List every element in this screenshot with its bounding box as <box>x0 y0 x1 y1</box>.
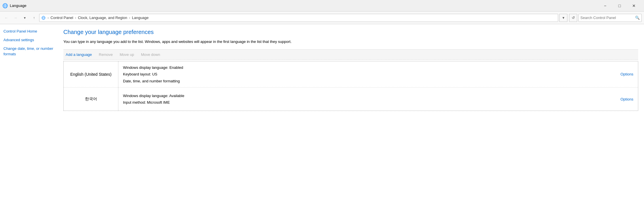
sidebar: Control Panel Home Advanced settings Cha… <box>0 24 58 197</box>
path-language: Language <box>132 16 149 20</box>
language-options-korean: Options <box>615 88 638 111</box>
lang-detail-text: Keyboard layout: US <box>123 71 610 77</box>
path-separator-3: › <box>129 16 130 20</box>
table-row: English (United States) Windows display … <box>64 61 638 88</box>
app-icon <box>2 3 8 9</box>
title-bar: Language − □ ✕ <box>0 0 644 12</box>
forward-button[interactable]: → <box>12 14 20 22</box>
lang-detail-text: Input method: Microsoft IME <box>123 100 610 105</box>
address-dropdown-button[interactable]: ▾ <box>559 14 567 22</box>
language-toolbar: Add a language Remove Move up Move down <box>63 49 638 60</box>
language-name-korean[interactable]: 한국어 <box>64 88 118 111</box>
path-icon <box>41 16 46 20</box>
lang-detail-text: Windows display language: Available <box>123 93 610 99</box>
search-icon[interactable]: 🔍 <box>635 16 640 20</box>
path-control-panel[interactable]: Control Panel <box>50 16 73 20</box>
path-separator-1: › <box>48 16 49 20</box>
sidebar-item-advanced-settings[interactable]: Advanced settings <box>3 37 58 43</box>
options-link-english[interactable]: Options <box>620 72 633 76</box>
move-up-button[interactable]: Move up <box>119 52 135 57</box>
back-button[interactable]: ← <box>2 14 10 22</box>
language-name-english[interactable]: English (United States) <box>64 61 118 88</box>
lang-detail-text: Date, time, and number formatting <box>123 78 610 84</box>
move-down-button[interactable]: Move down <box>140 52 161 57</box>
minimize-button[interactable]: − <box>598 1 612 10</box>
address-bar: ← → ▾ ↑ › Control Panel › Clock, Languag… <box>0 12 644 24</box>
recent-locations-button[interactable]: ▾ <box>21 14 29 22</box>
page-description: You can type in any language you add to … <box>63 39 638 45</box>
language-details-korean: Windows display language: Available Inpu… <box>118 88 615 111</box>
path-separator-2: › <box>75 16 76 20</box>
main-layout: Control Panel Home Advanced settings Cha… <box>0 24 644 197</box>
title-bar-controls: − □ ✕ <box>598 1 641 10</box>
address-path[interactable]: › Control Panel › Clock, Language, and R… <box>39 14 558 22</box>
search-input[interactable] <box>580 16 634 20</box>
remove-button[interactable]: Remove <box>98 52 114 57</box>
sidebar-item-control-panel-home[interactable]: Control Panel Home <box>3 29 58 34</box>
maximize-button[interactable]: □ <box>613 1 626 10</box>
path-clock-language[interactable]: Clock, Language, and Region <box>78 16 127 20</box>
language-details-english: Windows display language: Enabled Keyboa… <box>118 61 615 88</box>
up-button[interactable]: ↑ <box>30 14 38 22</box>
table-row: 한국어 Windows display language: Available … <box>64 88 638 111</box>
search-box[interactable]: 🔍 <box>578 14 642 22</box>
add-language-button[interactable]: Add a language <box>65 52 93 57</box>
sidebar-item-change-date[interactable]: Change date, time, or number formats <box>3 46 58 56</box>
title-bar-left: Language <box>2 3 26 9</box>
language-options-english: Options <box>615 61 638 88</box>
content-area: Change your language preferences You can… <box>58 24 644 197</box>
language-list: English (United States) Windows display … <box>63 61 638 111</box>
window-title: Language <box>10 3 26 8</box>
options-link-korean[interactable]: Options <box>620 97 633 101</box>
close-button[interactable]: ✕ <box>627 1 641 10</box>
lang-detail-text: Windows display language: Enabled <box>123 65 610 71</box>
refresh-button[interactable]: ↺ <box>569 14 577 22</box>
page-title: Change your language preferences <box>63 29 638 35</box>
